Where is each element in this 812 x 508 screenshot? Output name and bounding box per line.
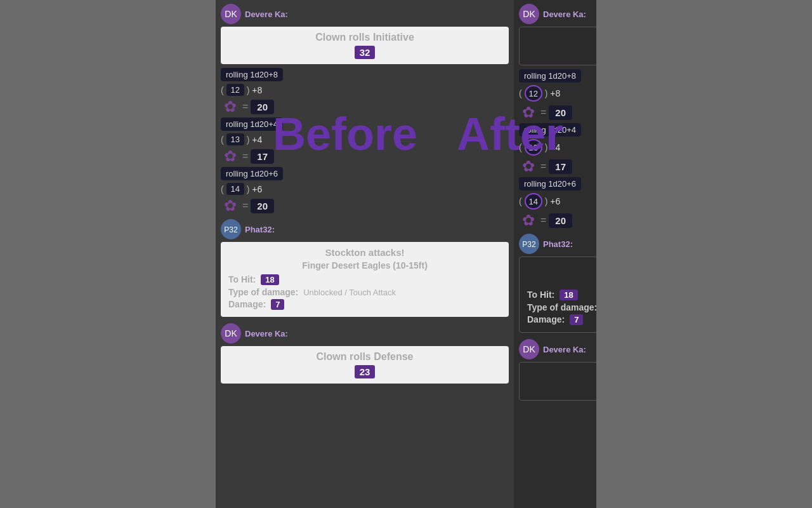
right-dice-val-1: 12 [525, 85, 542, 102]
left-header-2: DK Devere Ka: [216, 319, 514, 345]
svg-text:DK: DK [523, 344, 535, 354]
left-damage-label: Damage: [228, 299, 266, 309]
svg-text:P32: P32 [224, 225, 238, 234]
left-initiative-number: 32 [355, 46, 376, 59]
left-dice-section-1: rolling 1d20+8 ( 12 ) +8 [216, 67, 514, 97]
left-type-label: Type of damage: [228, 287, 298, 297]
right-damage-label: Damage: [527, 314, 565, 324]
left-type-value: Unblocked / Touch Attack [303, 288, 396, 297]
left-dice-val-2: 13 [226, 133, 244, 145]
svg-text:DK: DK [523, 9, 535, 19]
avatar-devere-right: DK [519, 4, 539, 24]
svg-text:DK: DK [225, 9, 237, 19]
right-modifier-2: +4 [550, 142, 560, 152]
sender-name-right-2: Devere Ka: [543, 345, 586, 354]
left-dice-section-2: rolling 1d20+4 ( 13 ) +4 [216, 116, 514, 147]
left-attack-damage: Damage: 7 [228, 299, 501, 310]
left-to-hit-value: 18 [261, 274, 278, 285]
right-damage-value: 7 [570, 314, 583, 325]
left-result-1: 20 [251, 100, 274, 114]
left-formula-2: rolling 1d20+4 [221, 117, 283, 131]
right-to-hit-label: To Hit: [527, 290, 554, 300]
right-type-label: Type of damage: [527, 302, 597, 312]
flower-icon-right-3: ✿ [519, 211, 538, 230]
avatar-devere-left-2: DK [221, 323, 241, 344]
right-result-3: 20 [549, 213, 572, 228]
left-attack-to-hit: To Hit: 18 [228, 274, 501, 285]
sender-name-right-1: Devere Ka: [543, 10, 586, 19]
sender-name-left-1: Devere Ka: [245, 10, 288, 19]
left-header-phat: P32 Phat32: [216, 215, 514, 241]
left-defense-title: Clown rolls Defense [228, 351, 501, 363]
left-attack-title: Stockton attacks! [228, 247, 501, 258]
left-dice-val-3: 14 [226, 183, 244, 195]
left-dice-val-1: 12 [226, 84, 244, 96]
left-modifier-2: +4 [252, 135, 262, 145]
left-formula-1: rolling 1d20+8 [221, 68, 283, 81]
left-modifier-3: +6 [252, 184, 262, 194]
left-header-1: DK Devere Ka: [216, 0, 514, 25]
flower-icon-2: ✿ [221, 147, 240, 166]
avatar-devere-right-2: DK [519, 339, 539, 359]
avatar-phat-right: P32 [519, 234, 539, 254]
sender-name-left-2: Devere Ka: [245, 329, 288, 338]
left-modifier-1: +8 [252, 85, 262, 95]
right-formula-3: rolling 1d20+6 [519, 177, 581, 190]
right-dice-val-3: 14 [525, 193, 542, 210]
right-formula-2: rolling 1d20+4 [519, 123, 581, 137]
left-attack-card: Stockton attacks! Finger Desert Eagles (… [221, 242, 509, 317]
left-defense-number: 23 [355, 365, 376, 378]
left-attack-type: Type of damage: Unblocked / Touch Attack [228, 287, 501, 297]
sender-phat-left: Phat32: [245, 225, 275, 234]
left-result-2: 17 [251, 149, 274, 164]
left-dice-section-3: rolling 1d20+6 ( 14 ) +6 [216, 166, 514, 196]
flower-icon-right-2: ✿ [519, 157, 538, 176]
left-to-hit-label: To Hit: [228, 274, 256, 284]
left-result-row-1: ✿ = 20 [216, 97, 514, 116]
left-attack-subtitle: Finger Desert Eagles (10-15ft) [228, 260, 501, 271]
right-modifier-1: +8 [550, 88, 560, 98]
right-to-hit-value: 18 [560, 290, 577, 300]
right-formula-1: rolling 1d20+8 [519, 69, 581, 83]
svg-text:P32: P32 [522, 240, 536, 249]
right-result-1: 20 [549, 105, 572, 120]
svg-text:DK: DK [225, 328, 237, 338]
flower-icon-right-1: ✿ [519, 103, 538, 122]
right-dice-val-2: 13 [525, 139, 542, 156]
left-breakdown-2: ( 13 ) +4 [221, 133, 509, 145]
left-initiative-title: Clown rolls Initiative [228, 32, 501, 43]
flower-icon-3: ✿ [221, 196, 240, 215]
left-result-3: 20 [251, 199, 274, 213]
right-result-2: 17 [549, 159, 572, 174]
left-breakdown-3: ( 14 ) +6 [221, 183, 509, 195]
left-panel: DK Devere Ka: Clown rolls Initiative 32 … [216, 0, 514, 508]
left-damage-value: 7 [271, 299, 284, 310]
avatar-phat-left: P32 [221, 219, 241, 239]
left-breakdown-1: ( 12 ) +8 [221, 84, 509, 96]
left-result-row-3: ✿ = 20 [216, 196, 514, 215]
flower-icon-1: ✿ [221, 97, 240, 116]
left-initiative-card: Clown rolls Initiative 32 [221, 27, 509, 64]
left-defense-card: Clown rolls Defense 23 [221, 346, 509, 384]
right-modifier-3: +6 [550, 196, 560, 206]
sender-phat-right: Phat32: [543, 239, 573, 249]
left-formula-3: rolling 1d20+6 [221, 167, 283, 180]
avatar-devere-left: DK [221, 4, 241, 24]
left-result-row-2: ✿ = 17 [216, 147, 514, 166]
